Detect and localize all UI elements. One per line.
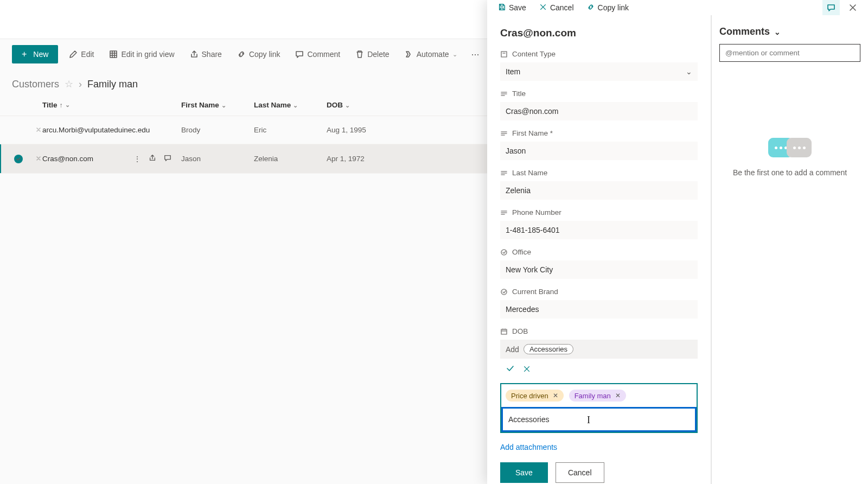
row-select[interactable] xyxy=(14,155,36,163)
row-dob: Apr 1, 1972 xyxy=(327,155,365,163)
automate-label: Automate xyxy=(417,50,449,59)
trash-icon xyxy=(355,50,364,59)
field-label-dob: DOB xyxy=(500,327,698,335)
row-more-icon[interactable]: ⋮ xyxy=(133,155,141,163)
remove-tag-icon[interactable]: ✕ xyxy=(615,392,621,399)
comment-label: Comment xyxy=(307,50,340,59)
commit-tag-icon[interactable] xyxy=(506,364,514,375)
comment-input[interactable] xyxy=(719,44,860,62)
contenttype-icon xyxy=(500,50,508,58)
chevron-down-icon: ⌄ xyxy=(774,28,781,36)
flow-icon xyxy=(405,50,413,59)
x-icon xyxy=(539,3,547,12)
panel-save-button[interactable]: Save xyxy=(494,1,531,15)
text-cursor-icon: I xyxy=(587,415,590,426)
edit-button-label: Edit xyxy=(81,50,94,59)
cancel-button[interactable]: Cancel xyxy=(556,462,604,483)
comment-button[interactable]: Comment xyxy=(291,47,344,62)
row-share-icon[interactable] xyxy=(149,154,156,163)
last-name-field[interactable]: Zelenia xyxy=(500,181,698,200)
svg-point-2 xyxy=(501,250,507,255)
toolbar-overflow[interactable]: ··· xyxy=(468,46,483,63)
share-button[interactable]: Share xyxy=(186,47,226,62)
add-attachments-link[interactable]: Add attachments xyxy=(500,443,557,451)
copy-link-label: Copy link xyxy=(249,50,280,59)
current-brand-field[interactable]: Mercedes xyxy=(500,300,698,319)
check-circle-icon xyxy=(14,155,23,163)
content-type-value: Item xyxy=(506,67,520,76)
col-last-label: Last Name xyxy=(254,101,291,109)
comments-toggle-icon[interactable] xyxy=(822,0,840,15)
tag-pill-label: Price driven xyxy=(511,392,548,400)
row-title[interactable]: arcu.Morbi@vulputateduinec.edu xyxy=(42,126,150,134)
field-label-office: Office xyxy=(500,248,698,256)
copy-link-button[interactable]: Copy link xyxy=(233,47,285,62)
plus-icon: + xyxy=(22,49,27,59)
chevron-down-icon: ⌄ xyxy=(65,101,70,109)
chevron-down-icon: ⌄ xyxy=(686,67,692,76)
date-icon xyxy=(500,328,508,335)
new-button-label: New xyxy=(33,50,48,59)
col-first-name[interactable]: First Name ⌄ xyxy=(181,101,254,109)
form-scroll[interactable]: Cras@non.com Content Type Item ⌄ Title C… xyxy=(487,15,711,484)
tag-suggestion-bar[interactable]: Add Accessories xyxy=(500,340,698,359)
comments-header-label: Comments xyxy=(719,26,770,37)
text-icon xyxy=(500,90,508,98)
comments-empty-state: Be the first one to add a comment xyxy=(719,138,860,177)
chevron-down-icon: ⌄ xyxy=(293,102,298,109)
row-dob: Aug 1, 1995 xyxy=(327,126,366,134)
panel-cancel-button[interactable]: Cancel xyxy=(535,1,578,15)
delete-label: Delete xyxy=(367,50,389,59)
tag-input[interactable] xyxy=(501,407,697,432)
office-field[interactable]: New York City xyxy=(500,260,698,279)
col-first-label: First Name xyxy=(181,101,219,109)
col-last-name[interactable]: Last Name ⌄ xyxy=(254,101,327,109)
tag-pill-label: Family man xyxy=(575,392,611,400)
phone-field[interactable]: 1-481-185-6401 xyxy=(500,221,698,239)
row-comment-icon[interactable] xyxy=(164,154,171,163)
link-icon xyxy=(237,50,246,59)
save-icon xyxy=(498,3,506,12)
col-title[interactable]: Title ↑ ⌄ xyxy=(42,101,181,109)
panel-header: Save Cancel Copy link xyxy=(487,0,868,15)
choice-icon xyxy=(500,288,508,296)
tag-pill[interactable]: Price driven ✕ xyxy=(506,390,564,402)
tag-actions xyxy=(500,359,698,381)
breadcrumb-root[interactable]: Customers xyxy=(12,79,59,90)
remove-tag-icon[interactable]: ✕ xyxy=(553,392,558,399)
delete-button[interactable]: Delete xyxy=(351,47,393,62)
row-hover-actions: ⋮ xyxy=(133,154,171,163)
panel-copylink-label: Copy link xyxy=(598,3,629,12)
tag-pill[interactable]: Family man ✕ xyxy=(569,390,626,402)
chevron-down-icon: ⌄ xyxy=(221,102,226,109)
automate-button[interactable]: Automate ⌄ xyxy=(400,47,462,62)
col-dob[interactable]: DOB ⌄ xyxy=(327,101,399,109)
row-first-name: Jason xyxy=(181,155,201,163)
col-dob-label: DOB xyxy=(327,101,343,109)
close-panel-icon[interactable] xyxy=(844,0,861,15)
field-label-phone: Phone Number xyxy=(500,208,698,216)
svg-point-3 xyxy=(501,289,507,295)
edit-button[interactable]: Edit xyxy=(65,47,98,62)
edit-grid-button[interactable]: Edit in grid view xyxy=(105,47,178,62)
first-name-field[interactable]: Jason xyxy=(500,142,698,160)
new-button[interactable]: + New xyxy=(12,45,58,63)
edit-item-panel: Save Cancel Copy link Cras@non.com Conte… xyxy=(487,0,868,484)
form-footer: Save Cancel xyxy=(500,462,698,483)
tag-suggest-prefix: Add xyxy=(506,345,519,354)
cancel-tag-icon[interactable] xyxy=(523,364,531,375)
col-select xyxy=(14,101,36,109)
edit-grid-label: Edit in grid view xyxy=(121,50,174,59)
tag-suggest-chip[interactable]: Accessories xyxy=(524,344,573,354)
svg-rect-0 xyxy=(110,51,117,58)
comments-header[interactable]: Comments ⌄ xyxy=(719,26,860,37)
col-title-label: Title xyxy=(42,101,58,109)
content-type-select[interactable]: Item ⌄ xyxy=(500,62,698,81)
panel-cancel-label: Cancel xyxy=(550,3,574,12)
link-marker-icon xyxy=(36,126,41,131)
panel-copylink-button[interactable]: Copy link xyxy=(583,1,634,15)
sort-asc-icon: ↑ xyxy=(60,101,63,109)
save-button[interactable]: Save xyxy=(500,462,548,483)
star-icon[interactable]: ☆ xyxy=(65,78,73,90)
title-field[interactable]: Cras@non.com xyxy=(500,102,698,120)
